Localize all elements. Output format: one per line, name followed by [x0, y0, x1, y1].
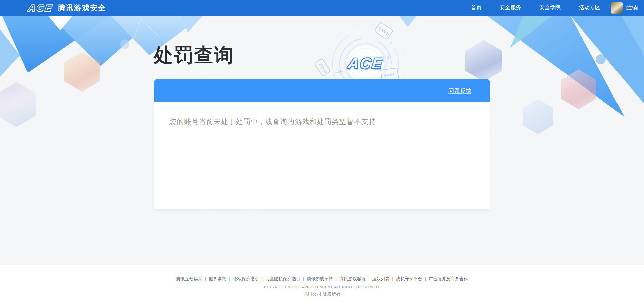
- card-body: 您的账号当前未处于处罚中，或查询的游戏和处罚类型暂不支持: [154, 102, 490, 209]
- separator: |: [425, 276, 426, 281]
- brand-title: 腾讯游戏安全: [58, 3, 106, 13]
- separator: |: [392, 276, 393, 281]
- ace-logo-icon: ACE: [347, 56, 384, 71]
- footer-link[interactable]: 广告服务及商务合作: [429, 276, 468, 281]
- game-label: GAME: [318, 62, 327, 73]
- separator: |: [205, 276, 206, 281]
- footer-links: 腾讯互动娱乐|服务条款|隐私保护指引|儿童隐私保护指引|腾讯游戏招聘|腾讯游戏客…: [0, 265, 644, 282]
- separator: |: [262, 276, 263, 281]
- separator: |: [229, 276, 230, 281]
- top-navbar: ACE 腾讯游戏安全 首页 安全服务 安全学院 活动专区 [注销]: [0, 0, 644, 16]
- page-title: 处罚查询: [154, 44, 234, 66]
- separator: |: [368, 276, 369, 281]
- brand[interactable]: ACE 腾讯游戏安全: [28, 0, 106, 16]
- footer-link[interactable]: 隐私保护指引: [233, 276, 259, 281]
- page: ACE 腾讯游戏安全 首页 安全服务 安全学院 活动专区 [注销]: [0, 0, 644, 308]
- logout-link[interactable]: [注销]: [626, 5, 638, 11]
- footer-link[interactable]: 腾讯游戏客服: [339, 276, 366, 281]
- ace-logo-icon: ACE: [28, 3, 54, 13]
- footer: 腾讯互动娱乐|服务条款|隐私保护指引|儿童隐私保护指引|腾讯游戏招聘|腾讯游戏客…: [0, 265, 644, 308]
- nav-menu: 首页 安全服务 安全学院 活动专区 [注销]: [471, 0, 638, 16]
- nav-user-area: [注销]: [611, 2, 638, 14]
- game-label: GAME: [384, 72, 395, 77]
- user-avatar[interactable]: [611, 2, 623, 14]
- footer-link[interactable]: 服务条款: [209, 276, 226, 281]
- query-result-message: 您的账号当前未处于处罚中，或查询的游戏和处罚类型暂不支持: [154, 102, 490, 126]
- game-label: GAME: [378, 26, 390, 36]
- separator: |: [303, 276, 304, 281]
- footer-link[interactable]: 成长守护平台: [396, 276, 422, 281]
- nav-item-security-academy[interactable]: 安全学院: [539, 4, 561, 11]
- footer-link[interactable]: 儿童隐私保护指引: [265, 276, 300, 281]
- copyright-text: COPYRIGHT © 1998 – 2025 TENCENT. ALL RIG…: [0, 285, 644, 289]
- footer-link[interactable]: 腾讯游戏招聘: [307, 276, 333, 281]
- nav-item-security-service[interactable]: 安全服务: [500, 4, 521, 11]
- company-text: 腾讯公司 版权所有: [0, 291, 644, 297]
- separator: |: [336, 276, 337, 281]
- nav-item-home[interactable]: 首页: [471, 4, 482, 11]
- card-header-bar: 问题反馈: [154, 79, 490, 102]
- feedback-link[interactable]: 问题反馈: [448, 87, 471, 95]
- footer-link[interactable]: 腾讯互动娱乐: [176, 276, 202, 281]
- query-result-card: 问题反馈 您的账号当前未处于处罚中，或查询的游戏和处罚类型暂不支持: [154, 79, 490, 209]
- footer-link[interactable]: 游戏列表: [372, 276, 389, 281]
- nav-item-activity-zone[interactable]: 活动专区: [579, 4, 600, 11]
